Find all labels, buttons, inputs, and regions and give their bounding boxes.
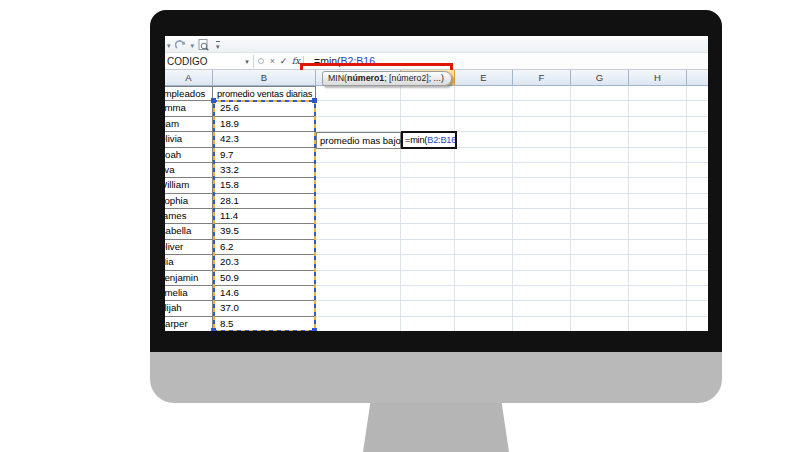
cell[interactable]: [455, 271, 513, 286]
cell[interactable]: [455, 286, 513, 301]
cell[interactable]: [401, 271, 455, 286]
cell[interactable]: [513, 301, 571, 316]
cell[interactable]: [513, 224, 571, 239]
cell[interactable]: promedio ventas diarias: [213, 86, 316, 101]
cell[interactable]: [401, 224, 455, 239]
cell[interactable]: [571, 240, 629, 255]
column-header[interactable]: [687, 70, 708, 86]
cell[interactable]: [629, 163, 687, 178]
redo-icon[interactable]: [175, 40, 187, 52]
name-box[interactable]: CODIGO: [165, 54, 241, 69]
cell[interactable]: [513, 101, 571, 116]
cell[interactable]: [401, 286, 455, 301]
cell[interactable]: [571, 101, 629, 116]
column-header-f[interactable]: F: [513, 70, 571, 86]
cell[interactable]: [571, 148, 629, 163]
cell[interactable]: [687, 240, 708, 255]
cell[interactable]: Olivia: [165, 132, 213, 147]
cell[interactable]: [316, 240, 401, 255]
cell[interactable]: [629, 301, 687, 316]
cell[interactable]: 18.9: [213, 117, 316, 132]
column-header-h[interactable]: H: [629, 70, 687, 86]
cell[interactable]: [316, 271, 401, 286]
cell[interactable]: 14.6: [213, 286, 316, 301]
name-box-dropdown-icon[interactable]: ▾: [241, 55, 254, 68]
cell[interactable]: [513, 163, 571, 178]
cell[interactable]: [571, 286, 629, 301]
cell[interactable]: [455, 132, 513, 147]
cell[interactable]: [316, 301, 401, 316]
cell[interactable]: [571, 255, 629, 270]
cell[interactable]: [687, 286, 708, 301]
cell[interactable]: Ava: [165, 163, 213, 178]
cell[interactable]: [401, 101, 455, 116]
cell[interactable]: 33.2: [213, 163, 316, 178]
column-header-e[interactable]: E: [455, 70, 513, 86]
cell[interactable]: Isabella: [165, 224, 213, 239]
cell[interactable]: [316, 86, 401, 101]
cell[interactable]: [687, 317, 708, 331]
cell[interactable]: [571, 132, 629, 147]
cell[interactable]: [571, 224, 629, 239]
cell[interactable]: [687, 132, 708, 147]
cell[interactable]: [513, 117, 571, 132]
enter-icon[interactable]: ✓: [278, 56, 289, 66]
cell[interactable]: [401, 86, 455, 101]
cell[interactable]: 42.3: [213, 132, 316, 147]
customize-toolbar-icon[interactable]: ▾: [216, 41, 220, 51]
cell[interactable]: [687, 194, 708, 209]
cell[interactable]: [455, 117, 513, 132]
cell[interactable]: [401, 178, 455, 193]
cell[interactable]: [687, 148, 708, 163]
formula-input[interactable]: =min(B2:B16: [304, 55, 708, 67]
cell[interactable]: [513, 286, 571, 301]
cell[interactable]: [455, 209, 513, 224]
cell[interactable]: Oliver: [165, 240, 213, 255]
cell[interactable]: [629, 255, 687, 270]
cell[interactable]: [513, 209, 571, 224]
cell[interactable]: empleados: [165, 86, 213, 101]
cell-result-label[interactable]: promedio mas bajo: [316, 132, 401, 149]
cell[interactable]: [455, 240, 513, 255]
cell[interactable]: 15.8: [213, 178, 316, 193]
cell-active-formula[interactable]: =min(B2:B16: [401, 131, 457, 149]
cell[interactable]: [455, 224, 513, 239]
cell[interactable]: [316, 163, 401, 178]
cell[interactable]: [401, 255, 455, 270]
cell[interactable]: 28.1: [213, 194, 316, 209]
cell[interactable]: [455, 301, 513, 316]
cell[interactable]: [629, 132, 687, 147]
cell[interactable]: [316, 286, 401, 301]
cell[interactable]: [455, 255, 513, 270]
cell[interactable]: [687, 271, 708, 286]
cell[interactable]: [401, 117, 455, 132]
cell[interactable]: [455, 317, 513, 331]
cell[interactable]: [687, 117, 708, 132]
cell[interactable]: 11.4: [213, 209, 316, 224]
cell[interactable]: [513, 255, 571, 270]
cell[interactable]: [687, 178, 708, 193]
cell[interactable]: [401, 301, 455, 316]
cell[interactable]: [455, 101, 513, 116]
cell[interactable]: [455, 194, 513, 209]
cell[interactable]: Sophia: [165, 194, 213, 209]
cell[interactable]: [687, 86, 708, 101]
cell[interactable]: [401, 209, 455, 224]
cell[interactable]: Amelia: [165, 286, 213, 301]
cell[interactable]: [571, 209, 629, 224]
cell[interactable]: [629, 148, 687, 163]
cell[interactable]: [316, 148, 401, 163]
cell[interactable]: [316, 178, 401, 193]
cancel-icon[interactable]: ×: [267, 56, 278, 66]
cell[interactable]: 25.6: [213, 101, 316, 116]
cell[interactable]: Emma: [165, 101, 213, 116]
cell[interactable]: [629, 86, 687, 101]
cell[interactable]: [455, 86, 513, 101]
cell[interactable]: 8.5: [213, 317, 316, 331]
cell[interactable]: [316, 255, 401, 270]
cell[interactable]: 20.3: [213, 255, 316, 270]
cell[interactable]: [629, 271, 687, 286]
redo-dropdown-icon[interactable]: ▾: [191, 40, 195, 52]
cell[interactable]: [513, 148, 571, 163]
cell[interactable]: Liam: [165, 117, 213, 132]
